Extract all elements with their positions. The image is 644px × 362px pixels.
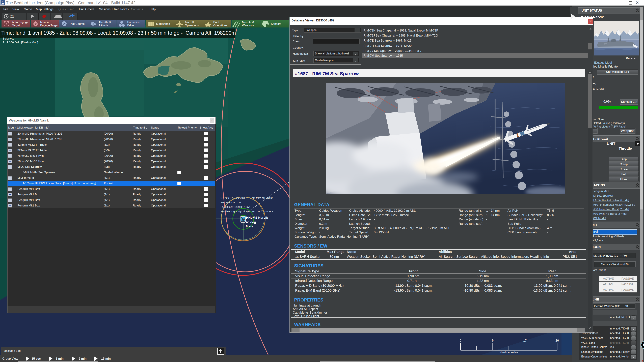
svg-text:C: C <box>2 1 3 2</box>
svg-text:x1: x1 <box>10 14 14 18</box>
svg-text:MANO: MANO <box>1 4 4 5</box>
